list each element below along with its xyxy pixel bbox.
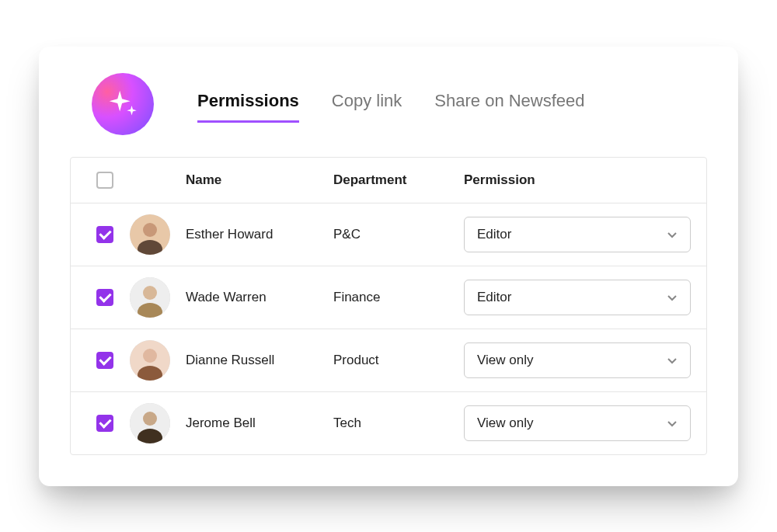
permission-value: View only	[477, 416, 533, 431]
user-name: Jerome Bell	[186, 416, 333, 431]
permission-select[interactable]: View only	[464, 405, 691, 441]
dialog-header: Permissions Copy link Share on Newsfeed	[92, 73, 707, 135]
permission-value: Editor	[477, 290, 511, 305]
tab-copy-link[interactable]: Copy link	[332, 91, 402, 123]
avatar	[130, 340, 170, 381]
permission-value: View only	[477, 353, 533, 368]
svg-point-10	[143, 412, 157, 426]
user-department: Product	[333, 353, 464, 368]
table-header-row: Name Department Permission	[71, 158, 706, 203]
user-name: Esther Howard	[186, 227, 333, 242]
chevron-down-icon	[667, 292, 678, 303]
col-name: Name	[186, 172, 333, 188]
col-department: Department	[333, 172, 464, 188]
table-row: Wade Warren Finance Editor	[71, 266, 706, 329]
permission-value: Editor	[477, 227, 511, 242]
row-checkbox[interactable]	[96, 226, 113, 243]
svg-point-4	[143, 286, 157, 300]
share-dialog: Permissions Copy link Share on Newsfeed …	[39, 47, 738, 486]
table-row: Jerome Bell Tech View only	[71, 392, 706, 454]
select-all-checkbox[interactable]	[96, 172, 113, 189]
col-permission: Permission	[464, 172, 691, 188]
permission-select[interactable]: View only	[464, 342, 691, 378]
permission-select[interactable]: Editor	[464, 217, 691, 252]
user-name: Dianne Russell	[186, 353, 333, 368]
row-checkbox[interactable]	[96, 289, 113, 306]
permission-select[interactable]: Editor	[464, 280, 691, 315]
chevron-down-icon	[667, 229, 678, 240]
user-department: P&C	[333, 227, 464, 242]
table-row: Esther Howard P&C Editor	[71, 203, 706, 266]
chevron-down-icon	[667, 418, 678, 429]
user-department: Finance	[333, 290, 464, 305]
user-name: Wade Warren	[186, 290, 333, 305]
table-row: Dianne Russell Product View only	[71, 329, 706, 392]
app-logo	[92, 73, 154, 135]
tab-share-newsfeed[interactable]: Share on Newsfeed	[434, 91, 584, 123]
user-department: Tech	[333, 416, 464, 431]
avatar	[130, 277, 170, 318]
avatar	[130, 214, 170, 255]
sparkle-icon	[105, 86, 141, 122]
svg-point-1	[143, 223, 157, 237]
row-checkbox[interactable]	[96, 415, 113, 432]
avatar	[130, 403, 170, 443]
tab-permissions[interactable]: Permissions	[197, 91, 299, 123]
svg-point-7	[143, 349, 157, 363]
permissions-table: Name Department Permission Esther Howard…	[70, 157, 707, 455]
row-checkbox[interactable]	[96, 352, 113, 369]
tab-bar: Permissions Copy link Share on Newsfeed	[197, 85, 585, 123]
chevron-down-icon	[667, 355, 678, 366]
